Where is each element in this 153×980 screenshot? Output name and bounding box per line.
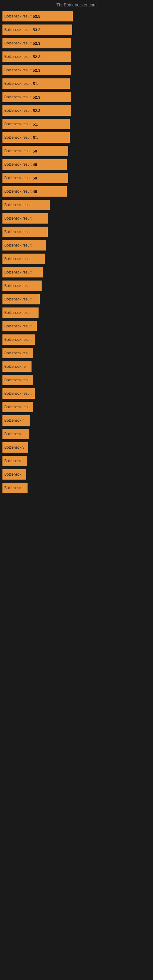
bar-row: Bottleneck result bbox=[2, 334, 151, 345]
bar-container: Bottleneck result50 bbox=[2, 173, 68, 183]
bar: Bottleneck result52.3 bbox=[2, 65, 71, 75]
bar-row: Bottleneck result50 bbox=[2, 145, 151, 157]
bar-label: Bottleneck result bbox=[4, 310, 32, 315]
bar: Bottleneck result bbox=[2, 388, 35, 399]
bar-container: Bottleneck result bbox=[2, 254, 45, 264]
bar-row: Bottleneck resu bbox=[2, 374, 151, 386]
bar-container: Bottleneck result52.3 bbox=[2, 105, 71, 116]
bar-container: Bottleneck result52.3 bbox=[2, 92, 71, 102]
bar-row: Bottleneck result49 bbox=[2, 159, 151, 170]
bar: Bottleneck r bbox=[2, 429, 29, 439]
bar-row: Bottleneck result bbox=[2, 266, 151, 278]
bar-container: Bottleneck result bbox=[2, 280, 41, 291]
bar-row: Bottleneck result bbox=[2, 226, 151, 238]
bar-value: 52.3 bbox=[33, 41, 40, 46]
bar-row: Bottleneck r bbox=[2, 415, 151, 426]
bar-label: Bottleneck result bbox=[4, 203, 32, 207]
bar-value: 52.3 bbox=[33, 54, 40, 59]
bar: Bottleneck bbox=[2, 456, 27, 466]
bar: Bottleneck result bbox=[2, 280, 41, 291]
bar-container: Bottleneck bbox=[2, 469, 26, 480]
bar: Bottleneck result53.5 bbox=[2, 11, 73, 21]
bar-label: Bottleneck r bbox=[4, 432, 24, 436]
bar-container: Bottleneck result bbox=[2, 240, 46, 250]
bar-label: Bottleneck re bbox=[4, 364, 26, 369]
bar: Bottleneck result49 bbox=[2, 186, 67, 197]
bar-label: Bottleneck resu bbox=[4, 378, 30, 382]
bar: Bottleneck result52.3 bbox=[2, 105, 71, 116]
bar-container: Bottleneck result bbox=[2, 307, 38, 318]
bar-value: 51. bbox=[33, 81, 38, 86]
bar-value: 53.5 bbox=[33, 14, 40, 19]
bar: Bottleneck result51. bbox=[2, 78, 70, 89]
bar-value: 52.3 bbox=[33, 108, 40, 113]
bar-row: Bottleneck result53.5 bbox=[2, 10, 151, 22]
bar-row: Bottleneck result49 bbox=[2, 186, 151, 197]
bar-container: Bottleneck result52.3 bbox=[2, 51, 71, 62]
bar: Bottleneck result bbox=[2, 213, 48, 224]
bar: Bottleneck result52.3 bbox=[2, 92, 71, 102]
bar-row: Bottleneck result52.3 bbox=[2, 105, 151, 116]
bar-row: Bottleneck result bbox=[2, 280, 151, 291]
bar: Bottleneck resu bbox=[2, 348, 33, 358]
bar: Bottleneck resu bbox=[2, 375, 33, 385]
bar: Bottleneck result bbox=[2, 254, 45, 264]
bar: Bottleneck result bbox=[2, 334, 35, 345]
bar-row: Bottleneck r bbox=[2, 428, 151, 440]
bar-label: Bottleneck result bbox=[4, 95, 32, 99]
bar: Bottleneck result53.2 bbox=[2, 24, 72, 35]
bar-container: Bottleneck r bbox=[2, 429, 29, 439]
bar-container: Bottleneck resu bbox=[2, 348, 33, 358]
bar: Bottleneck result50 bbox=[2, 146, 68, 156]
bar-label: Bottleneck result bbox=[4, 243, 32, 247]
bar-container: Bottleneck result bbox=[2, 321, 37, 331]
bar-label: Bottleneck result bbox=[4, 257, 32, 261]
bar-row: Bottleneck result50 bbox=[2, 172, 151, 184]
bar-label: Bottleneck result bbox=[4, 270, 32, 274]
bar: Bottleneck bbox=[2, 469, 26, 480]
bar-container: Bottleneck result51. bbox=[2, 119, 70, 129]
bar: Bottleneck result bbox=[2, 294, 40, 304]
bar: Bottleneck result50 bbox=[2, 173, 68, 183]
bar-container: Bottleneck result bbox=[2, 388, 35, 399]
bar-row: Bottleneck resu bbox=[2, 347, 151, 359]
bar: Bottleneck result bbox=[2, 200, 50, 210]
bar: Bottleneck result49 bbox=[2, 159, 67, 170]
bar-value: 52.3 bbox=[33, 68, 40, 73]
site-header: TheBottlenecker.com bbox=[0, 0, 153, 9]
bar-row: Bottleneck bbox=[2, 455, 151, 467]
bar-container: Bottleneck r bbox=[2, 415, 30, 426]
bars-container: Bottleneck result53.5Bottleneck result53… bbox=[0, 10, 153, 494]
bar-container: Bottleneck result bbox=[2, 200, 50, 210]
bar-container: Bottleneck result bbox=[2, 213, 48, 224]
bar: Bottleneck result51. bbox=[2, 132, 70, 143]
bar-label: Bottleneck bbox=[4, 459, 21, 463]
bar-container: Bottleneck result bbox=[2, 267, 43, 277]
bar-container: Bottleneck result53.2 bbox=[2, 24, 72, 35]
bar-row: Bottleneck result51. bbox=[2, 132, 151, 143]
bar: Bottleneck result52.3 bbox=[2, 51, 71, 62]
bar-container: Bottleneck result49 bbox=[2, 186, 67, 197]
bar-label: Bottleneck result bbox=[4, 216, 32, 221]
bar-label: Bottleneck result bbox=[4, 162, 32, 167]
bar-value: 49 bbox=[33, 162, 37, 167]
bar-container: Bottleneck result49 bbox=[2, 159, 67, 170]
bar-label: Bottleneck result bbox=[4, 108, 32, 113]
bar-row: Bottleneck result52.3 bbox=[2, 51, 151, 62]
bar-row: Bottleneck result bbox=[2, 320, 151, 332]
bar-container: Bottleneck re bbox=[2, 361, 32, 372]
bar-label: Bottleneck bbox=[4, 472, 21, 477]
bar-value: 51. bbox=[33, 122, 38, 126]
bar-label: Bottleneck result bbox=[4, 54, 32, 59]
bar-container: Bottleneck result52.3 bbox=[2, 65, 71, 75]
bar-row: Bottleneck result bbox=[2, 293, 151, 305]
bar-row: Bottleneck result52.3 bbox=[2, 64, 151, 76]
bar-label: Bottleneck result bbox=[4, 391, 32, 396]
bar: Bottleneck result51. bbox=[2, 119, 70, 129]
bar: Bottleneck r bbox=[2, 483, 27, 493]
bar-value: 50 bbox=[33, 149, 37, 153]
bar-value: 52.3 bbox=[33, 95, 40, 100]
bar: Bottleneck re bbox=[2, 361, 32, 372]
bar-container: Bottleneck result50 bbox=[2, 146, 68, 156]
bar-container: Bottleneck result bbox=[2, 227, 48, 237]
